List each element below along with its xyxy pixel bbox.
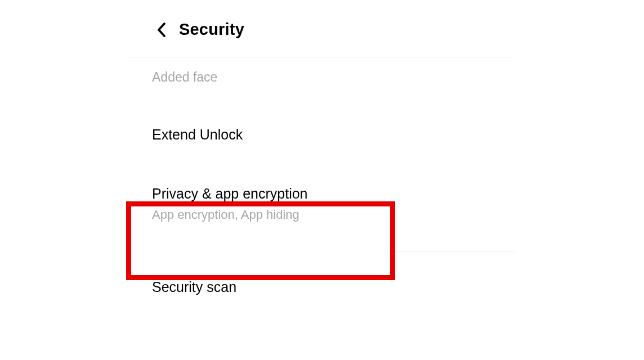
page-header: Security: [0, 0, 644, 57]
list-item-extend-unlock[interactable]: Extend Unlock: [0, 127, 644, 143]
back-icon[interactable]: [156, 22, 167, 38]
list-item-privacy-encryption[interactable]: Privacy & app encryption App encryption,…: [0, 186, 644, 222]
divider: [390, 251, 516, 252]
list-item-title: Extend Unlock: [152, 127, 644, 143]
section-label-added-face: Added face: [0, 57, 644, 85]
list-item-security-scan[interactable]: Security scan: [0, 279, 644, 295]
list-item-title: Security scan: [152, 279, 644, 295]
page-title: Security: [179, 20, 244, 39]
list-item-title: Privacy & app encryption: [152, 186, 644, 202]
list-item-subtitle: App encryption, App hiding: [152, 208, 644, 222]
